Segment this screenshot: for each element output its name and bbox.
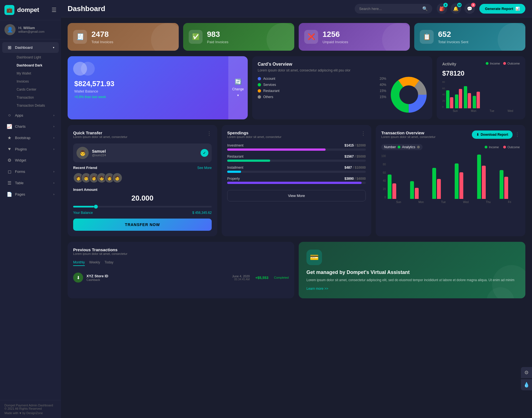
legend-account: Account 20% [258, 77, 386, 81]
briefcase-btn[interactable]: 🎒 2 [437, 3, 447, 14]
tab-today[interactable]: Today [104, 260, 113, 266]
friend-avatar-6: 🧑 [112, 173, 122, 183]
subnav-invoices[interactable]: Invoices [12, 78, 59, 85]
tab-weekly[interactable]: Weekly [89, 260, 100, 266]
bg-decoration [267, 23, 294, 51]
nav-section: ⊞ Dashboard ▾ Dashboard Light Dashboard … [0, 39, 61, 400]
subnav-dashboard-light[interactable]: Dashboard Light [12, 53, 59, 61]
tx-bar-wed [455, 163, 475, 199]
sidebar-item-dashboard[interactable]: ⊞ Dashboard ▾ [2, 42, 59, 53]
dashboard-submenu: Dashboard Light Dashboard Dark My Wallet… [0, 53, 61, 109]
sidebar-item-table[interactable]: ☰ Table › [2, 178, 59, 188]
number-toggle[interactable]: Number Analytics [381, 144, 423, 150]
subnav-transaction[interactable]: Transaction [12, 94, 59, 101]
tx-bar-fri-inc [500, 170, 503, 199]
sidebar-item-label: Plugins [15, 147, 27, 151]
tx-legend: Number Analytics Income Outcome [381, 144, 520, 150]
tx-name: XYZ Store ID [86, 274, 108, 278]
message-btn[interactable]: 💬 8 [464, 3, 475, 14]
search-icon: 🔍 [422, 6, 428, 11]
view-more-button[interactable]: View More [227, 190, 366, 201]
search-box[interactable]: 🔍 [355, 4, 432, 14]
subnav-transaction-details[interactable]: Transaction Details [12, 102, 59, 109]
tx-bar-mon-out [415, 188, 419, 199]
sidebar-item-widget[interactable]: ⚙ Widget [2, 155, 59, 166]
sidebar-item-apps[interactable]: ○ Apps › [2, 110, 59, 120]
footer-line2: © 2021 All Rights Reserved [4, 407, 57, 410]
tx-bar-sun-inc [388, 175, 392, 199]
wallet-change: +0,8% than last week [74, 95, 241, 99]
more-dots-icon[interactable]: ⋮ [515, 132, 520, 138]
user-email: william@gmail.com [18, 30, 44, 33]
y-axis: 806040200 [442, 81, 445, 108]
activity-bars [446, 81, 520, 108]
learn-more-link[interactable]: Learn more >> [306, 287, 518, 291]
bar-sun-outcome [450, 97, 453, 108]
see-more-link[interactable]: See More [197, 166, 212, 170]
wallet-label: Wallet Balance [74, 89, 241, 93]
sidebar-item-bootstrap[interactable]: ★ Bootstrap › [2, 132, 59, 143]
bar-group-sun [446, 90, 453, 108]
chevron-right-icon: › [53, 114, 54, 117]
subnav-dashboard-dark[interactable]: Dashboard Dark [12, 61, 59, 69]
outcome-legend: Outcome [503, 62, 520, 65]
assistant-title: Get managed by Dompet's Virtual Assistan… [306, 270, 518, 275]
hamburger-icon[interactable]: ☰ [52, 7, 57, 13]
settings-float-btn[interactable]: ⚙ [521, 367, 532, 378]
widget-icon: ⚙ [7, 158, 12, 163]
bar-wed-income [473, 96, 476, 108]
generate-report-button[interactable]: Generate Report 📊 [479, 4, 525, 14]
sidebar-item-plugins[interactable]: ♥ Plugins › [2, 144, 59, 154]
sidebar-item-forms[interactable]: ◻ Forms › [2, 166, 59, 177]
more-dots-icon[interactable]: ⋮ [361, 130, 366, 137]
transfer-now-button[interactable]: TRANSFER NOW [73, 219, 212, 231]
tx-bar-tue-inc [432, 168, 436, 199]
subnav-cards-center[interactable]: Cards Center [12, 86, 59, 93]
outcome-dot [503, 62, 506, 65]
tab-monthly[interactable]: Monthly [73, 260, 85, 266]
subnav-my-wallet[interactable]: My Wallet [12, 70, 59, 77]
page-title: Dashboard [68, 4, 105, 13]
tx-bar-tue [432, 168, 452, 199]
chart-x-labels: SunMonTueWed [446, 109, 520, 112]
plugins-icon: ♥ [7, 147, 12, 152]
drop-float-btn[interactable]: 💧 [521, 379, 532, 390]
tx-details: XYZ Store ID Cashback [86, 274, 108, 281]
tx-bar-mon-inc [410, 181, 414, 199]
amount-display: 20.000 [73, 194, 212, 202]
progress-fill [73, 206, 94, 207]
tx-bar-fri-out [504, 177, 508, 199]
prev-transactions-section: Previous Transactions Lorem ipsum dolor … [68, 242, 294, 298]
greeting: Hi, William [18, 26, 44, 30]
charts-icon: 📈 [7, 124, 12, 129]
stat-info: 652 Total Invoices Sent [438, 30, 468, 44]
more-dots-icon[interactable]: ⋮ [207, 130, 212, 137]
unpaid-icon: ❌ [304, 30, 318, 44]
tab-row: Monthly Weekly Today [73, 260, 289, 266]
sidebar-item-charts[interactable]: 📈 Charts › [2, 121, 59, 132]
main-area: Dashboard 🔍 🎒 2 🔔 12 💬 8 Generate Report… [61, 0, 532, 418]
search-input[interactable] [359, 7, 420, 11]
bar-wed-outcome [477, 92, 480, 108]
user-section: 👤 Hi, William william@gmail.com [0, 20, 61, 39]
bg-decoration [151, 23, 179, 51]
topbar: Dashboard 🔍 🎒 2 🔔 12 💬 8 Generate Report… [61, 0, 532, 17]
change-button[interactable]: 🔄 Change ▾ [228, 56, 248, 119]
stat-label: Paid Invoices [207, 40, 228, 44]
notification-btn[interactable]: 🔔 12 [451, 3, 461, 14]
spending-bar [227, 160, 270, 162]
sidebar-item-pages[interactable]: 📄 Pages › [2, 189, 59, 200]
download-report-button[interactable]: ⬇ Download Report [472, 130, 513, 139]
stat-info: 1256 Unpaid Invoices [323, 30, 348, 44]
chart-icon: 📊 [515, 7, 520, 11]
table-row: ⬇ XYZ Store ID Cashback June 4, 2020 05:… [73, 270, 289, 285]
message-badge: 8 [471, 3, 475, 7]
balance-label: Your Balance [73, 211, 93, 215]
avatar: 👤 [4, 24, 16, 35]
quick-transfer-desc: Lorem ipsum dolor sit amet, consectetur [73, 135, 127, 139]
refresh-icon: 🔄 [235, 78, 242, 85]
legend-dot-services [258, 83, 261, 86]
sidebar-item-label: Table [15, 181, 24, 185]
content-area: 🧾 2478 Total Invoices ✅ 983 Paid Invoice… [61, 17, 532, 418]
activity-header: Activity Income Outcome [442, 62, 520, 68]
